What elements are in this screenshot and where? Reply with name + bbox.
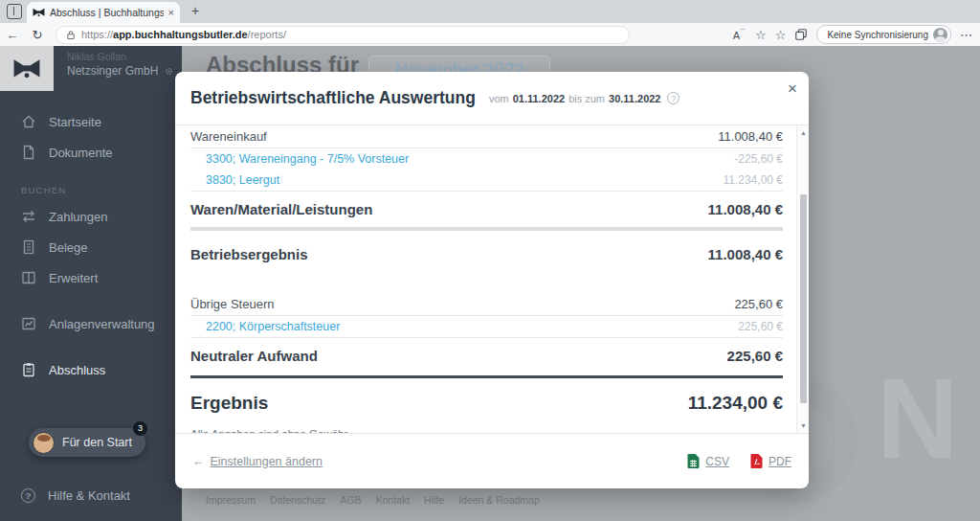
tab-actions-icon[interactable] xyxy=(7,4,22,19)
browser-menu-icon[interactable]: ⋯ xyxy=(960,28,972,42)
transfer-arrows-icon xyxy=(21,209,36,224)
row-label: Übrige Steuern xyxy=(190,297,274,311)
scroll-up-icon[interactable]: ▲ xyxy=(797,126,810,139)
report-row: Übrige Steuern225,60 € xyxy=(190,293,783,316)
report-row: Betriebsergebnis11.008,40 € xyxy=(190,231,783,278)
footer-link[interactable]: Datenschutz xyxy=(270,494,325,506)
browser-toolbar: ← ↻ https://app.buchhaltungsbutler.de/re… xyxy=(0,23,980,46)
gear-icon[interactable] xyxy=(164,66,174,77)
footer-link[interactable]: Kontakt xyxy=(376,494,411,506)
scroll-thumb[interactable] xyxy=(800,194,807,403)
sidebar-item-dokumente[interactable]: Dokumente xyxy=(0,137,182,168)
row-label: Neutraler Aufwand xyxy=(190,348,318,364)
favorites-bar-icon[interactable]: ☆ xyxy=(775,28,787,42)
sidebar-item-erweitert[interactable]: Erweitert xyxy=(0,262,182,293)
csv-file-icon xyxy=(687,454,700,468)
row-label[interactable]: 3830; Leergut xyxy=(206,173,279,187)
browser-window: Abschluss | BuchhaltungsButler × + ← ↻ h… xyxy=(0,0,980,521)
modal-date-range: vom01.11.2022 bis zum30.11.2022 ? xyxy=(489,92,680,104)
sidebar-item-zahlungen[interactable]: Zahlungen xyxy=(0,201,182,232)
company-name: Netzsinger GmbH xyxy=(67,64,174,78)
sidebar-item-belege[interactable]: Belege xyxy=(0,232,182,262)
clipboard-icon xyxy=(21,362,36,377)
new-tab-button[interactable]: + xyxy=(191,3,199,18)
document-icon xyxy=(21,145,36,160)
tab-close-icon[interactable]: × xyxy=(168,7,174,18)
bowtie-logo-icon xyxy=(12,58,41,79)
collections-icon[interactable] xyxy=(794,28,808,41)
modal-header: Betriebswirtschaftliche Auswertung vom01… xyxy=(175,72,809,125)
help-tooltip-icon[interactable]: ? xyxy=(667,92,679,104)
footer-link[interactable]: Impressum xyxy=(206,494,256,506)
row-value: -225,60 € xyxy=(734,152,783,166)
footer-link[interactable]: AGB xyxy=(340,494,361,506)
asset-chart-icon xyxy=(21,316,36,331)
browser-tab[interactable]: Abschluss | BuchhaltungsButler × xyxy=(27,2,180,23)
csv-export-link[interactable]: CSV xyxy=(687,454,729,468)
tab-title: Abschluss | BuchhaltungsButler xyxy=(50,7,164,18)
report-row: Ergebnis11.234,00 € xyxy=(190,380,783,419)
notification-badge: 3 xyxy=(133,421,147,436)
row-label: Wareneinkauf xyxy=(190,129,267,144)
url-text: https://app.buchhaltungsbutler.de/report… xyxy=(81,29,286,40)
user-name: Niklas Gollan xyxy=(67,51,174,62)
modal-close-icon[interactable]: × xyxy=(788,80,797,97)
account-block[interactable]: Niklas Gollan Netzsinger GmbH xyxy=(67,51,174,78)
section-divider xyxy=(190,278,783,293)
back-arrow-icon: ← xyxy=(192,455,205,468)
page-footer-links: ImpressumDatenschutzAGBKontaktHilfeIdeen… xyxy=(206,494,540,506)
start-label: Für den Start xyxy=(62,436,132,449)
row-value: 225,60 € xyxy=(738,320,783,333)
favorites-icon[interactable]: ☆ xyxy=(755,28,767,42)
account-row: 3300; Wareneingang - 7/5% Vorsteuer-225,… xyxy=(190,148,783,170)
sync-profile-button[interactable]: Keine Synchronisierung xyxy=(816,25,951,44)
modal-scrollbar[interactable]: ▲ ▼ xyxy=(796,125,809,433)
receipt-icon xyxy=(21,239,36,255)
export-actions: CSV PDF xyxy=(687,454,791,468)
row-value: 11.234,00 € xyxy=(723,173,783,187)
row-value: 225,60 € xyxy=(734,297,783,311)
pdf-export-link[interactable]: PDF xyxy=(750,454,791,468)
sidebar-item-abschluss[interactable]: Abschluss xyxy=(0,354,182,385)
scroll-down-icon[interactable]: ▼ xyxy=(797,419,810,432)
row-label[interactable]: 3300; Wareneingang - 7/5% Vorsteuer xyxy=(206,152,409,166)
report-row: Wareneinkauf11.008,40 € xyxy=(190,125,783,148)
profile-avatar xyxy=(933,28,947,42)
home-icon xyxy=(21,114,36,129)
row-value: 11.234,00 € xyxy=(688,393,783,414)
row-value: 11.008,40 € xyxy=(708,201,783,217)
tab-bar: Abschluss | BuchhaltungsButler × + xyxy=(0,0,980,23)
account-row: 3830; Leergut11.234,00 € xyxy=(190,170,783,192)
report-rows: Wareneinkauf11.008,40 €3300; Wareneingan… xyxy=(175,125,809,433)
modal-title: Betriebswirtschaftliche Auswertung xyxy=(190,88,476,108)
read-aloud-icon[interactable]: A⌒ xyxy=(733,28,746,41)
lock-icon xyxy=(66,30,76,40)
account-row: 2200; Körperschaftsteuer225,60 € xyxy=(190,316,783,338)
back-button[interactable]: ← xyxy=(0,28,25,42)
address-bar[interactable]: https://app.buchhaltungsbutler.de/report… xyxy=(56,26,630,44)
row-value: 11.008,40 € xyxy=(708,246,783,262)
sidebar: Niklas Gollan Netzsinger GmbH Startseite… xyxy=(0,46,182,521)
help-icon: ? xyxy=(21,488,35,503)
row-label: Ergebnis xyxy=(190,393,268,414)
buchhaltungsbutler-favicon xyxy=(33,8,45,17)
app-logo[interactable] xyxy=(0,46,54,91)
watermark-letter: N xyxy=(877,362,958,475)
row-label[interactable]: 2200; Körperschaftsteuer xyxy=(206,320,340,333)
sidebar-item-hilfe-kontakt[interactable]: ? Hilfe & Kontakt xyxy=(21,488,130,503)
report-row: Waren/Material/Leistungen11.008,40 € xyxy=(190,192,783,227)
modal-footer: ← Einstellungen ändern CSV PDF xyxy=(175,433,809,488)
sidebar-item-startseite[interactable]: Startseite xyxy=(0,106,182,137)
change-settings-link[interactable]: ← Einstellungen ändern xyxy=(192,455,323,468)
fuer-den-start-button[interactable]: Für den Start 3 xyxy=(29,428,145,457)
coach-avatar xyxy=(33,432,55,454)
footer-link[interactable]: Ideen & Roadmap xyxy=(458,494,540,506)
sync-label: Keine Synchronisierung xyxy=(827,30,928,40)
footer-link[interactable]: Hilfe xyxy=(424,494,444,506)
row-label: Betriebsergebnis xyxy=(190,246,308,262)
bwa-modal: Betriebswirtschaftliche Auswertung vom01… xyxy=(175,72,809,488)
reload-button[interactable]: ↻ xyxy=(25,28,50,42)
sidebar-item-anlagenverwaltung[interactable]: Anlagenverwaltung xyxy=(0,308,182,339)
pdf-file-icon xyxy=(750,454,763,468)
section-divider xyxy=(190,375,783,378)
